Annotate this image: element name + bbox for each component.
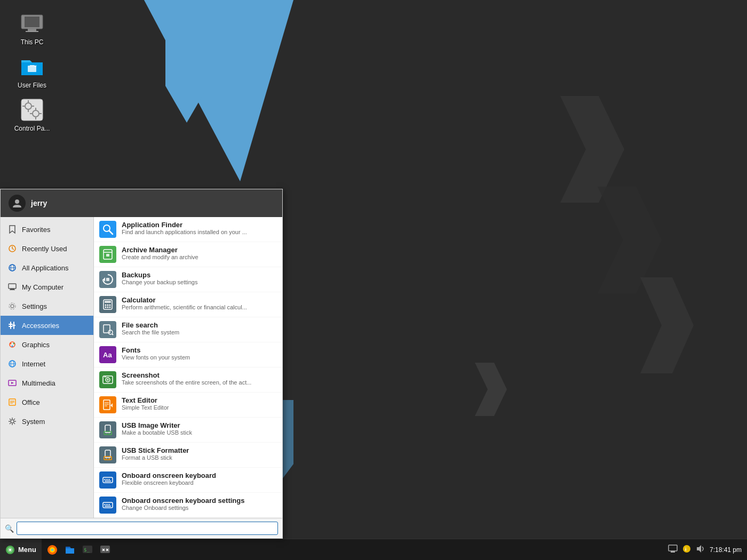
svg-point-17: [15, 199, 19, 204]
sidebar-item-accessories[interactable]: Accessories: [1, 316, 93, 335]
app-fonts-name: Fonts: [122, 346, 190, 354]
sidebar-item-recently-used[interactable]: Recently Used: [1, 239, 93, 258]
sidebar-item-settings[interactable]: Settings: [1, 297, 93, 316]
user-files-icon: [19, 54, 45, 79]
app-usb-writer-name: USB Image Writer: [122, 421, 192, 429]
sidebar-item-all-applications[interactable]: All Applications: [1, 258, 93, 277]
svg-rect-31: [10, 322, 11, 329]
svg-point-77: [106, 433, 107, 434]
svg-point-64: [108, 330, 113, 334]
app-screenshot-info: Screenshot Take screenshots of the entir…: [122, 371, 251, 386]
app-item-usb-formatter[interactable]: USB Stick Formatter Format a USB stick: [94, 443, 282, 468]
app-item-backups[interactable]: Backups Change your backup settings: [94, 267, 282, 292]
app-calculator-icon: [99, 296, 116, 313]
taskbar-firefox[interactable]: [44, 542, 60, 558]
desktop-icon-control-panel[interactable]: Control Pa...: [11, 97, 53, 132]
taskbar-more[interactable]: [97, 542, 113, 558]
svg-marker-42: [11, 382, 14, 384]
svg-rect-63: [104, 325, 110, 333]
app-file-search-desc: Search the file system: [122, 329, 179, 335]
svg-point-35: [10, 343, 12, 345]
tray-icon-volume[interactable]: [696, 544, 705, 555]
app-item-usb-writer[interactable]: USB Image Writer Make a bootable USB sti…: [94, 418, 282, 443]
sidebar-item-my-computer[interactable]: My Computer: [1, 277, 93, 297]
svg-rect-54: [106, 278, 109, 281]
sidebar-item-multimedia[interactable]: Multimedia: [1, 373, 93, 393]
app-usb-writer-icon: [99, 421, 116, 438]
app-file-search-name: File search: [122, 321, 179, 329]
taskbar-apps: $_: [42, 542, 663, 558]
app-fonts-desc: View fonts on your system: [122, 354, 190, 361]
sidebar-item-favorites[interactable]: Favorites: [1, 220, 93, 239]
app-item-onboard-settings[interactable]: Onboard onscreen keyboard settings Chang…: [94, 493, 282, 518]
svg-line-20: [12, 249, 14, 250]
desktop-icon-this-pc[interactable]: This PC: [11, 11, 53, 46]
app-item-fonts[interactable]: Aa Fonts View fonts on your system: [94, 342, 282, 367]
app-finder-name: Application Finder: [122, 221, 247, 229]
sidebar-label-all-apps: All Applications: [22, 264, 68, 272]
app-onboard-icon: [99, 471, 116, 489]
app-item-archive[interactable]: Archive Manager Create and modify an arc…: [94, 242, 282, 267]
app-file-search-icon: [99, 321, 116, 338]
svg-rect-25: [10, 289, 14, 290]
taskbar-time: 7:18:41 pm: [710, 546, 742, 554]
app-finder-info: Application Finder Find and launch appli…: [122, 221, 247, 235]
search-input[interactable]: [17, 522, 278, 535]
svg-point-61: [107, 307, 109, 308]
svg-text:Aa: Aa: [103, 351, 112, 359]
app-screenshot-desc: Take screenshots of the entire screen, o…: [122, 379, 251, 386]
app-usb-formatter-info: USB Stick Formatter Format a USB stick: [122, 446, 189, 461]
settings-icon: [7, 301, 18, 311]
app-item-onboard-keyboard[interactable]: Onboard onscreen keyboard Flexible onscr…: [94, 468, 282, 493]
svg-marker-111: [697, 545, 701, 553]
taskbar: Menu $_: [0, 539, 747, 560]
svg-rect-1: [25, 17, 39, 27]
svg-point-60: [105, 307, 107, 308]
svg-rect-84: [104, 479, 106, 480]
bookmark-icon: [7, 224, 18, 235]
svg-rect-107: [669, 545, 677, 551]
menu-sidebar: Favorites Recently Used All Applications: [1, 217, 94, 518]
this-pc-label: This PC: [21, 38, 44, 46]
app-calculator-info: Calculator Perform arithmetic, scientifi…: [122, 296, 247, 310]
sidebar-item-graphics[interactable]: Graphics: [1, 335, 93, 354]
svg-point-57: [105, 305, 107, 306]
svg-rect-56: [105, 301, 111, 303]
sidebar-label-accessories: Accessories: [22, 322, 59, 330]
sidebar-label-favorites: Favorites: [22, 226, 50, 234]
app-item-text-editor[interactable]: Text Editor Simple Text Editor: [94, 393, 282, 418]
svg-point-58: [107, 305, 109, 306]
app-onboard-settings-icon: [99, 497, 116, 514]
svg-rect-89: [104, 504, 106, 505]
taskbar-files[interactable]: [62, 542, 78, 558]
tray-icon-display[interactable]: [668, 544, 678, 555]
app-item-screenshot[interactable]: Screenshot Take screenshots of the entir…: [94, 367, 282, 393]
app-usb-writer-info: USB Image Writer Make a bootable USB sti…: [122, 421, 192, 436]
taskbar-menu-button[interactable]: Menu: [0, 539, 42, 560]
app-onboard-keyboard-desc: Flexible onscreen keyboard: [122, 479, 216, 486]
app-item-calculator[interactable]: Calculator Perform arithmetic, scientifi…: [94, 292, 282, 317]
svg-rect-90: [106, 504, 108, 505]
sidebar-item-internet[interactable]: Internet: [1, 354, 93, 373]
app-item-finder[interactable]: Application Finder Find and launch appli…: [94, 217, 282, 242]
app-archive-icon: [99, 246, 116, 263]
taskbar-terminal[interactable]: $_: [80, 542, 96, 558]
menu-label: Menu: [18, 546, 36, 554]
svg-point-82: [109, 458, 110, 459]
mint-icon: [5, 545, 15, 555]
taskbar-right: i 7:18:41 pm: [663, 544, 747, 555]
sidebar-item-office[interactable]: Office: [1, 393, 93, 412]
app-finder-desc: Find and launch applications installed o…: [122, 229, 247, 235]
paint-icon: [7, 339, 18, 350]
app-backups-name: Backups: [122, 271, 197, 279]
app-item-file-search[interactable]: File search Search the file system: [94, 317, 282, 342]
tools-icon: [7, 320, 18, 331]
svg-point-109: [683, 545, 690, 553]
tray-icon-updates[interactable]: i: [682, 544, 692, 555]
multimedia-icon: [7, 378, 18, 388]
sidebar-item-system[interactable]: System: [1, 412, 93, 431]
desktop-icon-user-files[interactable]: User Files: [11, 54, 53, 89]
svg-point-59: [109, 305, 111, 306]
bg-arrow3: [640, 277, 694, 373]
app-text-editor-name: Text Editor: [122, 396, 169, 404]
